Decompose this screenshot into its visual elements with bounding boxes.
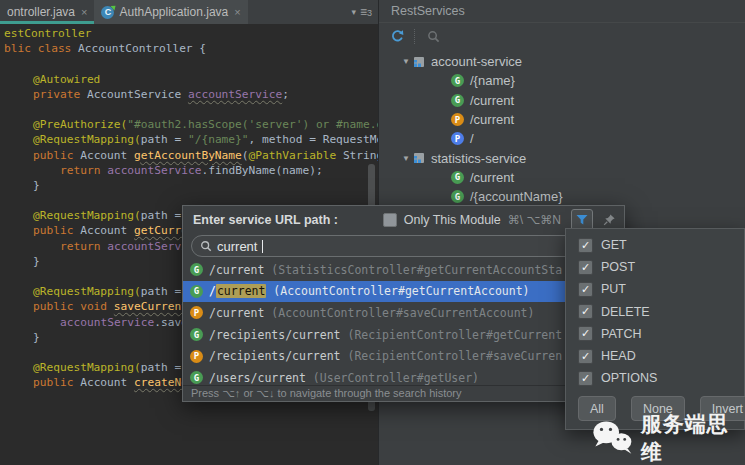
code-line: } <box>0 178 378 193</box>
checkbox-checked-icon[interactable]: ✓ <box>578 304 593 319</box>
post-method-icon: P <box>451 132 464 145</box>
get-method-icon: G <box>451 74 464 87</box>
watermark: 服务端思维 <box>592 410 745 465</box>
result-row[interactable]: G/users/current (UserController#getUser) <box>183 367 624 386</box>
method-filter-put[interactable]: ✓PUT <box>566 278 744 300</box>
result-path: /current <box>209 263 264 277</box>
method-filter-post[interactable]: ✓POST <box>566 256 744 278</box>
method-filter-options[interactable]: ✓OPTIONS <box>566 367 744 389</box>
search-value: current <box>217 239 257 254</box>
tab-authapplication-java[interactable]: C AuthApplication.java × <box>94 0 247 24</box>
result-controller: (RecipientController#getCurrent <box>341 328 563 342</box>
endpoint-label: /{name} <box>470 73 515 88</box>
get-method-icon: G <box>190 285 203 298</box>
tree-item-current[interactable]: G/current <box>379 91 745 110</box>
service-tree: ▼account-serviceG/{name}G/currentP/curre… <box>379 52 745 206</box>
method-label: GET <box>601 238 627 252</box>
refresh-icon[interactable] <box>388 28 406 46</box>
chevron-down-icon[interactable]: ▾ <box>351 7 356 17</box>
close-icon[interactable]: × <box>234 6 240 18</box>
method-filter-patch[interactable]: ✓PATCH <box>566 323 744 345</box>
popup-footer-hint: Press ⌥↑ or ⌥↓ to navigate through the s… <box>183 385 624 401</box>
method-filter-head[interactable]: ✓HEAD <box>566 345 744 367</box>
tree-item-current[interactable]: P/current <box>379 110 745 129</box>
module-icon <box>413 152 425 164</box>
close-icon[interactable]: × <box>81 6 87 18</box>
tree-item-statisticsservice[interactable]: ▼statistics-service <box>379 148 745 167</box>
result-controller: (AccountController#getCurrentAccount) <box>266 284 529 298</box>
tree-item-name[interactable]: G/{name} <box>379 71 745 90</box>
result-row[interactable]: P/current (AccountController#saveCurrent… <box>183 302 624 324</box>
code-line: @RequestMapping(path = "/{name}", method… <box>0 132 378 147</box>
shortcut-hint: ⌘\ ⌥⌘N <box>508 213 561 227</box>
code-line <box>0 56 378 71</box>
code-line: @PreAuthorize("#oauth2.hasScope('server'… <box>0 117 378 132</box>
result-controller: (UserController#getUser) <box>306 371 479 385</box>
tab-bar-extras: ▾ ≡3 <box>351 0 378 24</box>
search-input[interactable]: current <box>191 235 616 257</box>
http-method-filter-dropdown: ✓GET✓POST✓PUT✓DELETE✓PATCH✓HEAD✓OPTIONS … <box>565 228 745 430</box>
tab-label: AuthApplication.java <box>119 5 228 19</box>
popup-header: Enter service URL path : Only This Modul… <box>183 206 624 233</box>
method-filter-get[interactable]: ✓GET <box>566 234 744 256</box>
module-label: account-service <box>431 54 522 69</box>
method-label: HEAD <box>601 349 636 363</box>
checkbox-checked-icon[interactable]: ✓ <box>578 349 593 364</box>
code-line: @Autowired <box>0 72 378 87</box>
checkbox-checked-icon[interactable]: ✓ <box>578 238 593 253</box>
code-line: blic class AccountController { <box>0 41 378 56</box>
popup-title: Enter service URL path : <box>193 213 338 227</box>
magnifier-icon <box>200 240 212 252</box>
module-label: statistics-service <box>431 151 526 166</box>
checkbox-checked-icon[interactable]: ✓ <box>578 282 593 297</box>
result-row[interactable]: P/recipients/current (RecipientControlle… <box>183 345 624 367</box>
endpoint-label: /{accountName} <box>470 189 563 204</box>
checkbox-checked-icon[interactable]: ✓ <box>578 326 593 341</box>
result-controller: (AccountController#saveCurrentAccount) <box>264 306 534 320</box>
code-line <box>0 102 378 117</box>
chevron-expanded-icon[interactable]: ▼ <box>399 154 413 163</box>
endpoint-label: /current <box>470 93 514 108</box>
module-icon <box>413 56 425 68</box>
chevron-expanded-icon[interactable]: ▼ <box>399 57 413 66</box>
result-row[interactable]: G/current (AccountController#getCurrentA… <box>183 281 624 303</box>
pin-icon[interactable] <box>600 211 618 229</box>
get-method-icon: G <box>190 328 203 341</box>
tree-item-accountName[interactable]: G/{accountName} <box>379 187 745 206</box>
watermark-text: 服务端思维 <box>641 410 745 465</box>
put-method-icon: P <box>190 306 203 319</box>
checkbox-checked-icon[interactable]: ✓ <box>578 371 593 386</box>
result-list: G/current (StatisticsController#getCurre… <box>183 259 624 386</box>
result-path: /current <box>209 306 264 320</box>
result-controller: (StatisticsController#getCurrentAccountS… <box>264 263 562 277</box>
code-line: return accountService.findByName(name); <box>0 163 378 178</box>
hidden-tabs-icon[interactable]: ≡3 <box>360 5 372 19</box>
tab-controller-java[interactable]: ontroller.java × <box>0 0 94 24</box>
tab-label: ontroller.java <box>7 5 75 19</box>
result-path: /users/current <box>209 371 306 385</box>
result-row[interactable]: G/recipients/current (RecipientControlle… <box>183 324 624 346</box>
text-caret <box>262 240 263 253</box>
result-row[interactable]: G/current (StatisticsController#getCurre… <box>183 259 624 281</box>
result-controller: (RecipientController#saveCurren <box>341 349 563 363</box>
tree-item-[interactable]: P/ <box>379 129 745 148</box>
endpoint-label: /current <box>470 170 514 185</box>
endpoint-label: / <box>470 131 474 146</box>
result-path: /recipients/current <box>209 328 341 342</box>
result-path: /recipients/current <box>209 349 341 363</box>
editor-tab-bar: ontroller.java × C AuthApplication.java … <box>0 0 378 25</box>
method-filter-delete[interactable]: ✓DELETE <box>566 301 744 323</box>
only-module-label: Only This Module <box>404 213 501 227</box>
code-line: private AccountService accountService; <box>0 87 378 102</box>
method-label: PUT <box>601 282 626 296</box>
get-method-icon: G <box>190 263 203 276</box>
tree-item-current[interactable]: G/current <box>379 168 745 187</box>
tool-window-toolbar <box>379 23 745 50</box>
search-icon[interactable] <box>424 28 442 46</box>
tree-item-accountservice[interactable]: ▼account-service <box>379 52 745 71</box>
code-line: public Account getAccountByName(@PathVar… <box>0 148 378 163</box>
checkbox-checked-icon[interactable]: ✓ <box>578 260 593 275</box>
toolbar-separator <box>414 29 416 44</box>
only-module-checkbox[interactable] <box>383 213 397 227</box>
method-label: DELETE <box>601 305 650 319</box>
